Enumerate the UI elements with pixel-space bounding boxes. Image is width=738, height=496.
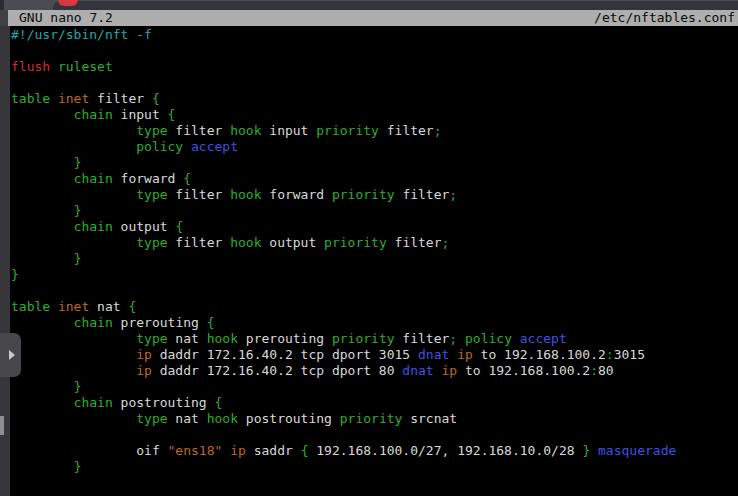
code-line: }	[11, 379, 676, 395]
code-line: flush ruleset	[11, 59, 676, 75]
code-line: chain forward {	[11, 171, 676, 187]
code-line: }	[11, 155, 676, 171]
browser-tab[interactable]	[53, 1, 738, 10]
editor-buffer[interactable]: #!/usr/sbin/nft -fflush rulesettable ine…	[11, 27, 676, 475]
code-line: #!/usr/sbin/nft -f	[11, 27, 676, 43]
code-line: type filter hook forward priority filter…	[11, 187, 676, 203]
code-line: chain input {	[11, 107, 676, 123]
terminal-window: GNU nano 7.2 /etc/nftables.conf #!/usr/s…	[0, 0, 738, 496]
scrollbar-thumb[interactable]	[0, 416, 4, 435]
window-edge-notch	[0, 0, 4, 10]
code-line: }	[11, 203, 676, 219]
window-chrome-strip	[0, 0, 738, 10]
code-line	[11, 427, 676, 443]
code-line	[11, 75, 676, 91]
code-line: ip daddr 172.16.40.2 tcp dport 80 dnat i…	[11, 363, 676, 379]
code-line: type nat hook postrouting priority srcna…	[11, 411, 676, 427]
file-path-label: /etc/nftables.conf	[594, 10, 735, 26]
code-line: }	[11, 267, 676, 283]
code-line: type filter hook input priority filter;	[11, 123, 676, 139]
code-line: policy accept	[11, 139, 676, 155]
code-line: type nat hook prerouting priority filter…	[11, 331, 676, 347]
code-line: ip daddr 172.16.40.2 tcp dport 3015 dnat…	[11, 347, 676, 363]
code-line	[11, 43, 676, 59]
code-line: oif "ens18" ip saddr { 192.168.100.0/27,…	[11, 443, 676, 459]
nano-version-label: GNU nano 7.2	[19, 10, 113, 26]
code-line: }	[11, 251, 676, 267]
title-bar-corner	[0, 10, 8, 26]
code-line: chain prerouting {	[11, 315, 676, 331]
code-line: table inet nat {	[11, 299, 676, 315]
code-line	[11, 283, 676, 299]
tab-favicon-red-icon	[58, 0, 78, 6]
code-line: }	[11, 459, 676, 475]
code-line: chain postrouting {	[11, 395, 676, 411]
code-line: chain output {	[11, 219, 676, 235]
code-line: table inet filter {	[11, 91, 676, 107]
nano-title-bar: GNU nano 7.2 /etc/nftables.conf	[0, 10, 738, 26]
code-line: type filter hook output priority filter;	[11, 235, 676, 251]
